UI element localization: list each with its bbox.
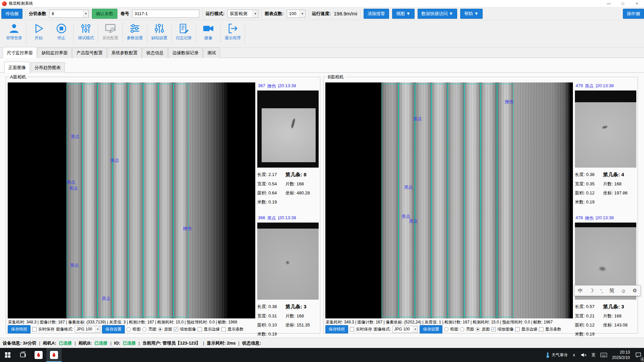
realtime-save-label: 实时保存 — [38, 326, 54, 332]
dark-image-radio[interactable] — [126, 327, 131, 331]
log-document-icon — [178, 23, 190, 34]
run-mode-select[interactable]: 双面检测 ▼ — [227, 10, 258, 18]
touch-keyboard-button[interactable] — [598, 348, 609, 362]
confirm-count-button[interactable]: 确认条数 — [92, 9, 117, 19]
show-edge-checkbox[interactable] — [198, 327, 202, 331]
drive-side-button[interactable]: 传动侧 — [1, 9, 22, 19]
log-record-button[interactable]: 日志记录 — [172, 22, 195, 41]
defect-snapshot-image — [257, 223, 319, 300]
operator-side-button[interactable]: 操作侧 — [623, 9, 644, 19]
ime-simplified-button[interactable]: 简 — [609, 288, 614, 294]
ime-punctuation-button[interactable]: ’, — [600, 288, 603, 294]
defect-card-header: 479 黑点 |20:13:38 — [575, 82, 636, 90]
show-count-checkbox[interactable] — [539, 327, 543, 331]
system-config-button[interactable]: 系统配置 — [99, 22, 122, 41]
original-image-radio[interactable] — [158, 327, 162, 331]
tab-size-monitor[interactable]: 尺寸监控界面 — [3, 47, 37, 58]
volume-button[interactable] — [578, 348, 589, 362]
save-settings-button[interactable]: 保存设置 — [420, 325, 442, 334]
ime-settings-gear-icon[interactable]: ⚙ — [633, 288, 637, 294]
ime-emoji-button[interactable]: ☺ — [621, 288, 626, 294]
play-icon — [33, 23, 44, 34]
tab-defect-monitor[interactable]: 缺陷监控界面 — [38, 48, 72, 58]
action-center-button[interactable]: 6 — [633, 348, 644, 362]
show-count-checkbox[interactable] — [221, 327, 226, 331]
sliders-horizontal-icon — [129, 23, 141, 34]
windows-logo-icon — [5, 352, 10, 358]
ime-mode-button[interactable]: 中 — [578, 288, 583, 294]
parameter-settings-button[interactable]: 参数设置 — [123, 22, 146, 41]
defect-id: 478 — [576, 215, 583, 221]
tab-status-info[interactable]: 状态信息 — [142, 48, 168, 58]
image-format-select[interactable]: JPG 100 ▼ — [75, 326, 100, 333]
tab-front-image[interactable]: 正面图像 — [4, 62, 30, 73]
save-snapshot-button[interactable]: 保存快照 — [325, 325, 348, 334]
chevron-down-icon: ▼ — [95, 326, 100, 333]
realtime-save-checkbox[interactable] — [350, 327, 354, 331]
taskbar-clock[interactable]: 20:13 2025/2/10 — [609, 350, 633, 360]
zoom-image-label: 缩放图像 — [180, 326, 196, 332]
window-title-bar[interactable]: 视觉检测系统 — □ × — [0, 0, 644, 7]
slit-count-select[interactable]: 8 ▼ — [49, 10, 89, 18]
defect-stats: 长度: 0.38 第几条: 4 宽度: 0.35 片数: 168 面积: 0.1… — [575, 168, 636, 205]
defect-stats: 长度: 0.38 第几条: 3 宽度: 0.31 片数: 168 面积: 0.1… — [257, 300, 319, 337]
stop-button[interactable]: 停止 — [50, 22, 73, 41]
chevron-down-icon: ▼ — [413, 326, 418, 333]
start-button[interactable] — [0, 348, 15, 362]
defect-settings-button[interactable]: 缺陷设置 — [148, 22, 171, 41]
roll-number-input[interactable] — [132, 10, 199, 18]
clear-alarm-button[interactable]: 清除报警 — [364, 9, 389, 19]
tray-expand-button[interactable]: ∧ — [570, 348, 578, 362]
admin-login-button[interactable]: 管理登录 — [3, 22, 25, 41]
divider — [25, 9, 26, 18]
tab-system-param-config[interactable]: 系统参数配置 — [107, 48, 142, 58]
defect-marker-label: 黑点 — [404, 184, 413, 190]
save-settings-button[interactable]: 保存设置 — [102, 325, 125, 334]
tab-test[interactable]: 测试 — [203, 48, 220, 58]
tab-distribution-trend-chart[interactable]: 分布趋势图表 — [31, 62, 65, 73]
exit-program-button[interactable]: 退出程序 — [221, 22, 244, 41]
weather-text: 天气寒冷 — [552, 352, 568, 358]
bright-image-radio[interactable] — [142, 327, 147, 331]
defect-time: |20:13:38 — [278, 215, 296, 221]
minimize-button[interactable]: — — [602, 0, 616, 7]
debug-mode-button[interactable]: 调试模式 — [74, 22, 97, 41]
icon-toolbar: 管理登录 开始 停止 调试模式 系统配置 参数设置 缺陷设置 日志记录 摄像 退… — [0, 20, 644, 48]
zoom-image-checkbox[interactable]: ✓ — [174, 327, 178, 331]
defect-card: 478 挫伤 |20:13:38 长度: 0.57 第几条: 3 宽度: 0.2… — [575, 215, 636, 337]
camera-a-status-line: 采集耗时: 348.3 | 图像计数: 167 | 像素坐标: (333,713… — [8, 319, 256, 325]
view-menu-button[interactable]: 视图 ▼ — [392, 9, 414, 19]
capture-button[interactable]: 摄像 — [197, 22, 220, 41]
divider — [26, 23, 26, 44]
tab-product-model-config[interactable]: 产品型号配置 — [72, 48, 107, 58]
camera-a-connected-badge: 已连接 — [59, 340, 72, 346]
roll-number-label: 卷号 — [120, 11, 129, 17]
taskbar-app-button[interactable] — [31, 348, 46, 362]
dark-image-radio[interactable] — [444, 327, 448, 331]
input-language-indicator[interactable]: 英 — [589, 348, 598, 362]
defect-card: 367 挫伤 |20:13:38 长度: 2.17 第几条: 8 宽度: 0.5… — [257, 82, 319, 205]
image-format-select[interactable]: JPG 100 ▼ — [392, 326, 418, 333]
realtime-save-checkbox[interactable] — [32, 327, 37, 331]
half-width-moon-icon[interactable]: ☽ — [589, 288, 594, 294]
tab-edge-data-record[interactable]: 边缘数据记录 — [168, 48, 203, 58]
show-edge-checkbox[interactable] — [515, 327, 520, 331]
cut-lines-frame — [67, 84, 189, 317]
taskbar-app-button-active[interactable] — [46, 348, 62, 362]
bright-image-radio[interactable] — [460, 327, 464, 331]
divider — [122, 23, 123, 44]
save-snapshot-button[interactable]: 保存快照 — [8, 325, 31, 334]
app-status-bar: 设备信息: 3#分切 | 相机A: 已连接 | 相机B: 已连接 | IO: 已… — [0, 338, 644, 348]
defect-card-header: 367 挫伤 |20:13:38 — [257, 82, 319, 90]
original-image-radio[interactable] — [476, 327, 480, 331]
task-view-button[interactable] — [15, 348, 31, 362]
maximize-button[interactable]: □ — [616, 0, 630, 7]
chart-points-select[interactable]: 100 ▼ — [287, 10, 306, 18]
close-button[interactable]: × — [630, 0, 644, 7]
zoom-image-checkbox[interactable]: ✓ — [491, 327, 496, 331]
defect-time: |20:13:38 — [596, 83, 614, 89]
data-quick-access-menu-button[interactable]: 数据快捷访问 ▼ — [418, 9, 457, 19]
start-button[interactable]: 开始 — [27, 22, 50, 41]
help-menu-button[interactable]: 帮助 ▼ — [460, 9, 482, 19]
weather-widget[interactable]: 天气寒冷 — [543, 348, 570, 362]
